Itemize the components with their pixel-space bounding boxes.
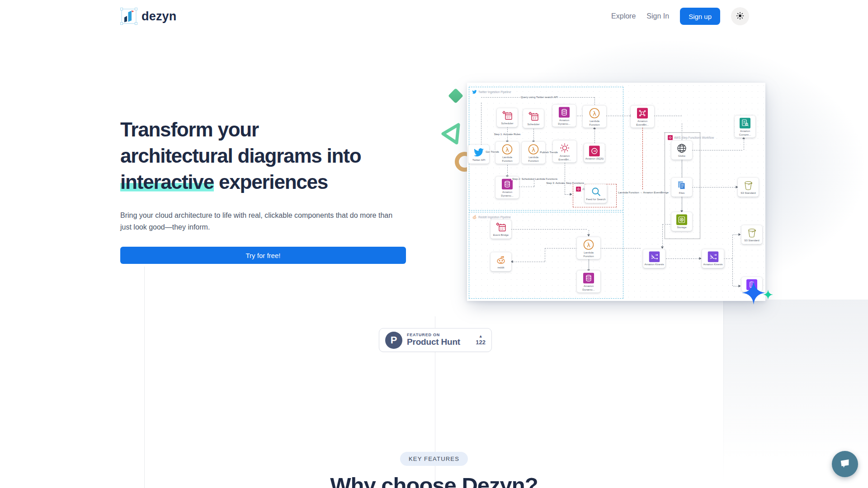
features-heading: Why choose Dezyn? bbox=[0, 473, 868, 488]
diagram-node[interactable]: Event Bridge bbox=[491, 220, 511, 239]
highlighted-word: interactive bbox=[120, 171, 214, 193]
dynamodb-icon bbox=[583, 273, 594, 284]
key-features-badge: KEY FEATURES bbox=[400, 452, 468, 466]
try-free-button[interactable]: Try for free! bbox=[120, 247, 406, 264]
nav-explore[interactable]: Explore bbox=[611, 12, 636, 20]
diagram-node-label: Amazon Dynamo... bbox=[578, 285, 599, 291]
diagram-node[interactable]: S3 Standard bbox=[741, 225, 762, 244]
svg-text:λ: λ bbox=[587, 242, 590, 249]
reddit-icon bbox=[495, 254, 506, 265]
kinesis-icon bbox=[708, 251, 718, 262]
svg-text:λ: λ bbox=[532, 146, 535, 153]
diagram-node-label: Feed for Search bbox=[586, 198, 605, 202]
diagram-node[interactable]: Twitter API bbox=[468, 145, 489, 164]
s3-icon bbox=[746, 227, 757, 238]
diagram-node[interactable]: λLambda Function bbox=[583, 106, 606, 128]
diagram-node-label: Scheduler bbox=[527, 123, 539, 127]
sqs-icon bbox=[589, 145, 600, 156]
diagram-node[interactable]: Amazon Kinesis bbox=[643, 249, 665, 268]
diagram-node[interactable]: Amazon (SQS) bbox=[584, 143, 605, 162]
twitter-icon bbox=[472, 89, 477, 94]
diagram-connector bbox=[651, 116, 682, 116]
diagram-node[interactable]: Storage bbox=[671, 212, 692, 231]
upvote-count: 122 bbox=[476, 339, 486, 346]
architecture-diagram[interactable]: Twitter Ingestion PipelineReddit Ingesti… bbox=[467, 83, 765, 301]
diagram-node-label: reddit bbox=[497, 266, 504, 270]
nav-signin[interactable]: Sign In bbox=[646, 12, 669, 20]
diagram-connector bbox=[516, 187, 534, 187]
signup-button[interactable]: Sign up bbox=[680, 8, 720, 25]
calendar-icon bbox=[495, 222, 506, 233]
diagram-connector bbox=[682, 194, 682, 212]
eventbridge-filled-icon bbox=[637, 108, 648, 119]
arrowhead bbox=[587, 235, 590, 237]
diagram-node-label: S3 Standard bbox=[741, 192, 755, 195]
product-hunt-badge[interactable]: P FEATURED ON Product Hunt ▲ 122 bbox=[379, 328, 492, 352]
diagram-node-label: Files bbox=[679, 192, 685, 195]
diagram-connector bbox=[565, 160, 565, 195]
diagram-connector bbox=[597, 248, 641, 249]
reddit-icon bbox=[472, 215, 477, 220]
diagram-node[interactable]: Files bbox=[671, 178, 692, 197]
diagram-connector bbox=[666, 258, 701, 259]
chat-widget-button[interactable] bbox=[832, 451, 858, 477]
hero-section: Transform yourarchitectural diagrams int… bbox=[120, 117, 413, 264]
sun-icon bbox=[736, 11, 745, 22]
diagram-connector bbox=[534, 180, 534, 187]
diagram-connector bbox=[594, 127, 595, 143]
diagram-node[interactable]: Feed for Search bbox=[585, 184, 607, 203]
stepfunctions-icon bbox=[576, 187, 581, 192]
diagram-connector bbox=[604, 116, 632, 116]
diagram-node[interactable]: Amazon Kinesis bbox=[702, 249, 724, 268]
diagram-node[interactable]: Amazon EventBri... bbox=[631, 106, 654, 128]
edge-label: Query using Twitter search API bbox=[520, 96, 559, 99]
diagram-node[interactable]: λLambda Function bbox=[577, 237, 600, 259]
hero-title: Transform yourarchitectural diagrams int… bbox=[120, 117, 413, 195]
calendar-icon bbox=[528, 111, 539, 122]
s3-icon bbox=[743, 180, 754, 191]
diagram-node[interactable]: reddit bbox=[491, 252, 511, 271]
sparkle-icon bbox=[742, 281, 765, 305]
diagram-node-label: Amazon EventBri... bbox=[632, 120, 653, 127]
lambda-icon: λ bbox=[502, 144, 513, 155]
comprehend-icon bbox=[740, 118, 750, 129]
arrowhead bbox=[661, 247, 664, 249]
eventbridge-icon bbox=[559, 143, 570, 154]
diagram-node-label: Amazon EventBri... bbox=[554, 155, 575, 161]
diagram-group-label: Twitter Ingestion Pipeline bbox=[472, 89, 511, 94]
diagram-connector bbox=[545, 248, 580, 249]
diagram-node-label: Amazon Compre... bbox=[736, 130, 754, 136]
dynamodb-icon bbox=[502, 179, 513, 190]
files-icon bbox=[676, 180, 687, 191]
diagram-node-label: Lambda Function bbox=[523, 156, 544, 163]
diagram-connector bbox=[692, 150, 742, 150]
diagram-node-label: Lambda Function bbox=[584, 120, 605, 127]
decor-triangle-shape bbox=[439, 121, 461, 147]
theme-toggle-button[interactable] bbox=[731, 7, 749, 25]
diagram-node[interactable]: Scheduler bbox=[523, 109, 544, 128]
product-hunt-logo-icon: P bbox=[385, 332, 402, 349]
diagram-node[interactable]: Globe bbox=[671, 141, 692, 160]
diagram-group-label: Reddit Ingestion Pipeline bbox=[472, 215, 511, 220]
edge-label: Step 3: Activate Step Functions bbox=[545, 182, 585, 184]
svg-text:λ: λ bbox=[505, 146, 509, 153]
diagram-node[interactable]: Amazon Compre... bbox=[735, 116, 755, 138]
diagram-connector bbox=[692, 187, 738, 188]
diagram-node[interactable]: Amazon Dynamo... bbox=[552, 105, 576, 127]
diagram-node[interactable]: Amazon Dynamo... bbox=[577, 271, 600, 293]
diagram-node-label: Scheduler bbox=[501, 122, 513, 126]
diagram-node-label: Amazon (SQS) bbox=[585, 157, 604, 161]
diagram-node[interactable]: S3 Standard bbox=[738, 178, 759, 197]
diagram-node[interactable]: Scheduler bbox=[497, 108, 518, 127]
brand[interactable]: dezyn bbox=[120, 8, 177, 25]
upvote-icon: ▲ bbox=[479, 334, 483, 339]
diagram-node-label: Lambda Function bbox=[497, 156, 518, 163]
svg-text:λ: λ bbox=[593, 110, 596, 117]
diagram-connector bbox=[545, 248, 545, 262]
dezyn-logo-icon bbox=[120, 8, 137, 25]
edge-label: Get Trends bbox=[485, 150, 500, 153]
arrowhead bbox=[739, 233, 741, 236]
arrowhead bbox=[739, 285, 741, 287]
diagram-connector bbox=[732, 235, 733, 286]
landing-page: dezyn Explore Sign In Sign up Transform … bbox=[0, 0, 868, 488]
